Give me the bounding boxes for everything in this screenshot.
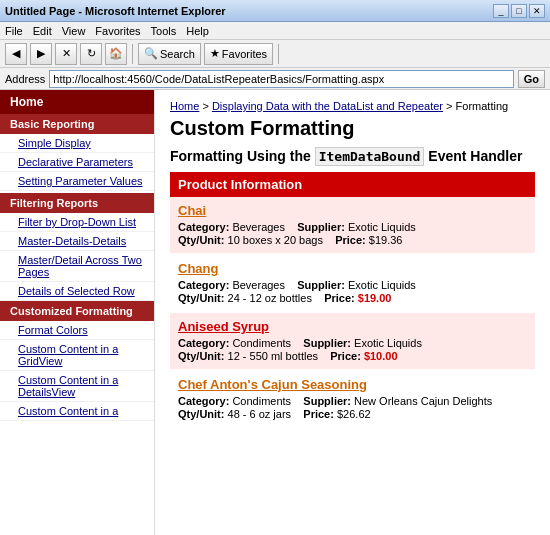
chang-price: $19.00 (358, 292, 392, 304)
sidebar-item-custom-content[interactable]: Custom Content in a (0, 402, 154, 421)
product-row-chang: Chang Category: Beverages Supplier: Exot… (170, 255, 535, 311)
address-bar: Address Go (0, 68, 550, 90)
section-heading: Formatting Using the ItemDataBound Event… (170, 148, 535, 164)
product-detail-chang-qty: Qty/Unit: 24 - 12 oz bottles Price: $19.… (178, 292, 527, 304)
favorites-button[interactable]: ★ Favorites (204, 43, 273, 65)
product-row-chai: Chai Category: Beverages Supplier: Exoti… (170, 197, 535, 253)
toolbar: ◀ ▶ ✕ ↻ 🏠 🔍 Search ★ Favorites (0, 40, 550, 68)
menu-view[interactable]: View (62, 25, 86, 37)
page-title: Custom Formatting (170, 117, 535, 140)
breadcrumb-current: Formatting (456, 100, 509, 112)
sidebar: Home Basic Reporting Simple Display Decl… (0, 90, 155, 535)
stop-button[interactable]: ✕ (55, 43, 77, 65)
address-input[interactable] (49, 70, 513, 88)
chai-price: $19.36 (369, 234, 403, 246)
product-detail-chai-qty: Qty/Unit: 10 boxes x 20 bags Price: $19.… (178, 234, 527, 246)
forward-button[interactable]: ▶ (30, 43, 52, 65)
product-row-chef-anton: Chef Anton's Cajun Seasoning Category: C… (170, 371, 535, 427)
sidebar-item-filter-dropdown[interactable]: Filter by Drop-Down List (0, 213, 154, 232)
minimize-button[interactable]: _ (493, 4, 509, 18)
menu-file[interactable]: File (5, 25, 23, 37)
product-detail-aniseed-cat: Category: Condiments Supplier: Exotic Li… (178, 337, 527, 349)
product-name-chai[interactable]: Chai (178, 203, 527, 218)
chef-price: $26.62 (337, 408, 371, 420)
sidebar-section-customized-formatting: Customized Formatting (0, 301, 154, 321)
aniseed-price: $10.00 (364, 350, 398, 362)
product-detail-chai-cat: Category: Beverages Supplier: Exotic Liq… (178, 221, 527, 233)
search-button[interactable]: 🔍 Search (138, 43, 201, 65)
toolbar-separator2 (278, 44, 279, 64)
sidebar-section-filtering-reports: Filtering Reports (0, 193, 154, 213)
sidebar-item-master-details[interactable]: Master-Details-Details (0, 232, 154, 251)
sidebar-item-custom-detailsview[interactable]: Custom Content in a DetailsView (0, 371, 154, 402)
product-row-aniseed: Aniseed Syrup Category: Condiments Suppl… (170, 313, 535, 369)
sidebar-section-basic-reporting: Basic Reporting (0, 114, 154, 134)
sidebar-item-format-colors[interactable]: Format Colors (0, 321, 154, 340)
toolbar-separator (132, 44, 133, 64)
menu-help[interactable]: Help (186, 25, 209, 37)
star-icon: ★ (210, 47, 220, 60)
search-icon: 🔍 (144, 47, 158, 60)
address-label: Address (5, 73, 45, 85)
close-button[interactable]: ✕ (529, 4, 545, 18)
menu-tools[interactable]: Tools (151, 25, 177, 37)
sidebar-item-details-selected-row[interactable]: Details of Selected Row (0, 282, 154, 301)
sidebar-item-custom-gridview[interactable]: Custom Content in a GridView (0, 340, 154, 371)
sidebar-item-simple-display[interactable]: Simple Display (0, 134, 154, 153)
menu-favorites[interactable]: Favorites (95, 25, 140, 37)
product-detail-chef-cat: Category: Condiments Supplier: New Orlea… (178, 395, 527, 407)
sidebar-item-master-detail-pages[interactable]: Master/Detail Across Two Pages (0, 251, 154, 282)
sidebar-home[interactable]: Home (0, 90, 154, 114)
product-info-header: Product Information (170, 172, 535, 197)
page-content: Home Basic Reporting Simple Display Decl… (0, 90, 550, 535)
window-controls[interactable]: _ □ ✕ (493, 4, 545, 18)
breadcrumb-datalist-link[interactable]: Displaying Data with the DataList and Re… (212, 100, 443, 112)
section-heading-code: ItemDataBound (315, 147, 425, 166)
title-bar: Untitled Page - Microsoft Internet Explo… (0, 0, 550, 22)
back-button[interactable]: ◀ (5, 43, 27, 65)
section-heading-part2: Event Handler (424, 148, 522, 164)
breadcrumb: Home > Displaying Data with the DataList… (170, 100, 535, 112)
product-detail-aniseed-qty: Qty/Unit: 12 - 550 ml bottles Price: $10… (178, 350, 527, 362)
main-content: Home > Displaying Data with the DataList… (155, 90, 550, 535)
home-nav-button[interactable]: 🏠 (105, 43, 127, 65)
product-name-aniseed[interactable]: Aniseed Syrup (178, 319, 527, 334)
window-title: Untitled Page - Microsoft Internet Explo… (5, 5, 226, 17)
sidebar-item-setting-parameter-values[interactable]: Setting Parameter Values (0, 172, 154, 191)
breadcrumb-sep2: > (446, 100, 455, 112)
breadcrumb-home[interactable]: Home (170, 100, 199, 112)
maximize-button[interactable]: □ (511, 4, 527, 18)
product-name-chang[interactable]: Chang (178, 261, 527, 276)
breadcrumb-sep1: > (202, 100, 211, 112)
product-name-chef-anton[interactable]: Chef Anton's Cajun Seasoning (178, 377, 527, 392)
section-heading-part1: Formatting Using the (170, 148, 315, 164)
product-detail-chef-qty: Qty/Unit: 48 - 6 oz jars Price: $26.62 (178, 408, 527, 420)
sidebar-item-declarative-parameters[interactable]: Declarative Parameters (0, 153, 154, 172)
go-button[interactable]: Go (518, 70, 545, 88)
refresh-button[interactable]: ↻ (80, 43, 102, 65)
menu-edit[interactable]: Edit (33, 25, 52, 37)
menu-bar: File Edit View Favorites Tools Help (0, 22, 550, 40)
product-detail-chang-cat: Category: Beverages Supplier: Exotic Liq… (178, 279, 527, 291)
